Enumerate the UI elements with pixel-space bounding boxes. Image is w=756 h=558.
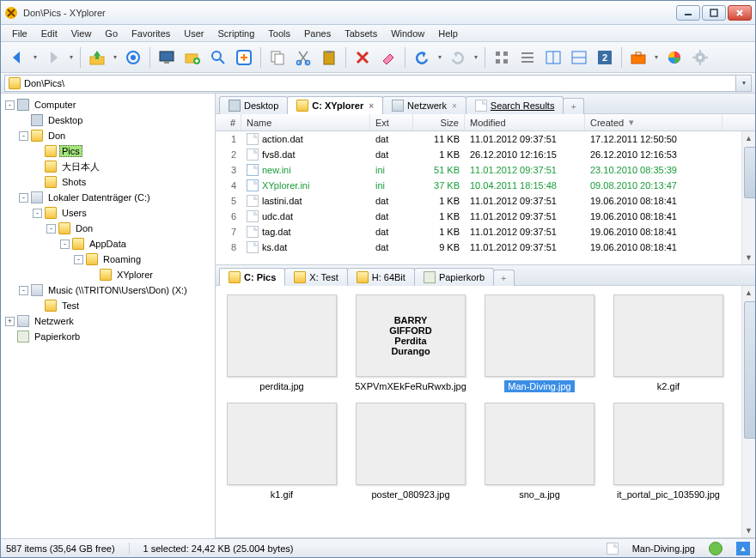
- collapse-icon[interactable]: -: [19, 131, 28, 141]
- address-field[interactable]: [4, 75, 736, 92]
- settings-button[interactable]: [689, 46, 711, 69]
- menu-tools[interactable]: Tools: [262, 27, 296, 40]
- minimize-button[interactable]: [676, 5, 700, 21]
- color-wheel-button[interactable]: [663, 46, 686, 69]
- up-button[interactable]: [86, 46, 108, 69]
- tree-node[interactable]: -Don: [3, 221, 213, 236]
- address-input[interactable]: [24, 78, 732, 88]
- thumbnail-image[interactable]: BARRYGIFFORDPerditaDurango: [356, 294, 466, 377]
- collapse-icon[interactable]: -: [19, 193, 28, 203]
- scroll-up-icon[interactable]: ▲: [742, 286, 755, 300]
- table-row[interactable]: 7tag.datdat1 KB11.01.2012 09:37:5119.06.…: [216, 224, 755, 240]
- tree-label[interactable]: Computer: [32, 99, 78, 111]
- scroll-up-icon[interactable]: ▲: [742, 131, 755, 145]
- tree-node[interactable]: Desktop: [3, 112, 213, 128]
- thumbnail-caption[interactable]: k1.gif: [267, 488, 296, 500]
- thumbnail-image[interactable]: [227, 403, 337, 485]
- erase-button[interactable]: [377, 46, 399, 69]
- tree-label[interactable]: Shots: [59, 176, 88, 188]
- tree-node[interactable]: XYplorer: [3, 267, 213, 282]
- target-button[interactable]: [122, 46, 144, 69]
- preview-button[interactable]: [233, 46, 255, 69]
- table-row[interactable]: 3new.iniini51 KB11.01.2012 09:37:5123.10…: [216, 162, 755, 178]
- thumbnail-grid[interactable]: perdita.jpgBARRYGIFFORDPerditaDurango5XP…: [216, 286, 755, 537]
- scroll-thumb[interactable]: [744, 147, 755, 198]
- thumbnail-image[interactable]: [485, 294, 594, 377]
- list-header[interactable]: # Name Ext Size Modified Created ▾: [216, 114, 755, 131]
- cut-button[interactable]: [292, 46, 314, 69]
- tree-label[interactable]: Papierkorb: [32, 331, 82, 343]
- table-row[interactable]: 6udc.datdat1 KB11.01.2012 09:37:5119.06.…: [216, 209, 755, 224]
- tree-label[interactable]: Roaming: [101, 253, 143, 265]
- thumbnail[interactable]: BARRYGIFFORDPerditaDurango5XPVmXEkFeRuRw…: [355, 294, 466, 392]
- view-dual-v-button[interactable]: [568, 46, 590, 69]
- tree-label[interactable]: 大日本人: [59, 160, 102, 174]
- tab[interactable]: H: 64Bit: [347, 268, 415, 286]
- tab-add-button[interactable]: +: [563, 98, 583, 114]
- undo-button[interactable]: [411, 46, 433, 69]
- scroll-down-icon[interactable]: ▼: [742, 524, 755, 537]
- status-collapse-icon[interactable]: ▲: [736, 542, 750, 555]
- menu-edit[interactable]: Edit: [35, 27, 64, 40]
- desktop-icon[interactable]: [155, 46, 178, 69]
- thumbnail-caption[interactable]: perdita.jpg: [256, 380, 307, 392]
- close-button[interactable]: [728, 5, 752, 21]
- toolbox-button[interactable]: [627, 46, 649, 69]
- col-name[interactable]: Name: [241, 114, 370, 130]
- menu-file[interactable]: File: [6, 27, 34, 40]
- scroll-down-icon[interactable]: ▼: [742, 251, 755, 264]
- thumbnail[interactable]: it_portal_pic_103590.jpg: [613, 403, 724, 500]
- thumbnail[interactable]: perdita.jpg: [226, 294, 338, 392]
- tree-sidebar[interactable]: -ComputerDesktop-DonPics大日本人Shots-Lokale…: [1, 94, 216, 538]
- thumbnail-caption[interactable]: sno_a.jpg: [515, 488, 564, 500]
- tab[interactable]: Netzwerk×: [382, 96, 466, 114]
- tree-node[interactable]: -Roaming: [3, 252, 213, 267]
- thumbnail-image[interactable]: [356, 403, 466, 485]
- collapse-icon[interactable]: -: [5, 100, 15, 110]
- tree-label[interactable]: XYplorer: [114, 269, 155, 281]
- new-folder-button[interactable]: [181, 46, 204, 69]
- table-row[interactable]: 5lastini.datdat1 KB11.01.2012 09:37:5119…: [216, 193, 755, 209]
- menu-panes[interactable]: Panes: [298, 27, 337, 40]
- tree-node[interactable]: -Lokaler Datenträger (C:): [3, 190, 213, 205]
- thumbnail[interactable]: sno_a.jpg: [484, 403, 595, 500]
- tree-label[interactable]: Netzwerk: [32, 315, 76, 327]
- tab[interactable]: Search Results: [466, 96, 564, 114]
- toolbox-dropdown[interactable]: ▾: [653, 46, 660, 69]
- back-dropdown[interactable]: ▾: [32, 46, 39, 69]
- col-size[interactable]: Size: [413, 114, 465, 130]
- tree-node[interactable]: -Users: [3, 205, 213, 221]
- menu-user[interactable]: User: [178, 27, 210, 40]
- tab-close-icon[interactable]: ×: [452, 101, 457, 111]
- tab[interactable]: C: XYplorer×: [287, 96, 383, 114]
- thumbnail-image[interactable]: [485, 403, 594, 485]
- address-dropdown[interactable]: ▾: [736, 75, 752, 92]
- tree-node[interactable]: Shots: [3, 174, 213, 190]
- thumbnail-image[interactable]: [227, 294, 337, 377]
- up-dropdown[interactable]: ▾: [112, 46, 119, 69]
- expand-icon[interactable]: +: [5, 317, 15, 326]
- menu-scripting[interactable]: Scripting: [212, 27, 261, 40]
- view-dual-h-button[interactable]: [542, 46, 564, 69]
- thumbnail[interactable]: poster_080923.jpg: [355, 403, 466, 500]
- tree-node[interactable]: -Computer: [3, 97, 213, 112]
- table-row[interactable]: 8ks.datdat9 KB11.01.2012 09:37:5119.06.2…: [216, 240, 755, 255]
- maximize-button[interactable]: [702, 5, 726, 21]
- table-row[interactable]: 1action.datdat11 KB11.01.2012 09:37:5117…: [216, 131, 755, 147]
- search-button[interactable]: [207, 46, 229, 69]
- tree-node[interactable]: Papierkorb: [3, 329, 213, 344]
- tab[interactable]: X: Test: [284, 268, 347, 286]
- scrollbar[interactable]: ▲ ▼: [741, 131, 755, 264]
- view-icons-button[interactable]: [491, 46, 513, 69]
- tree-label[interactable]: Users: [59, 207, 89, 219]
- tab-add-button[interactable]: +: [493, 270, 514, 286]
- collapse-icon[interactable]: -: [46, 224, 56, 234]
- filter-icon[interactable]: ▾: [629, 117, 634, 128]
- menu-go[interactable]: Go: [99, 27, 124, 40]
- tree-label[interactable]: Don: [46, 130, 68, 142]
- scroll-thumb[interactable]: [744, 301, 755, 439]
- thumbnail-caption[interactable]: it_portal_pic_103590.jpg: [613, 488, 723, 500]
- menu-tabsets[interactable]: Tabsets: [338, 27, 383, 40]
- back-button[interactable]: [6, 46, 28, 69]
- tree-node[interactable]: -Music (\\TRITON\Users\Don) (X:): [3, 282, 213, 298]
